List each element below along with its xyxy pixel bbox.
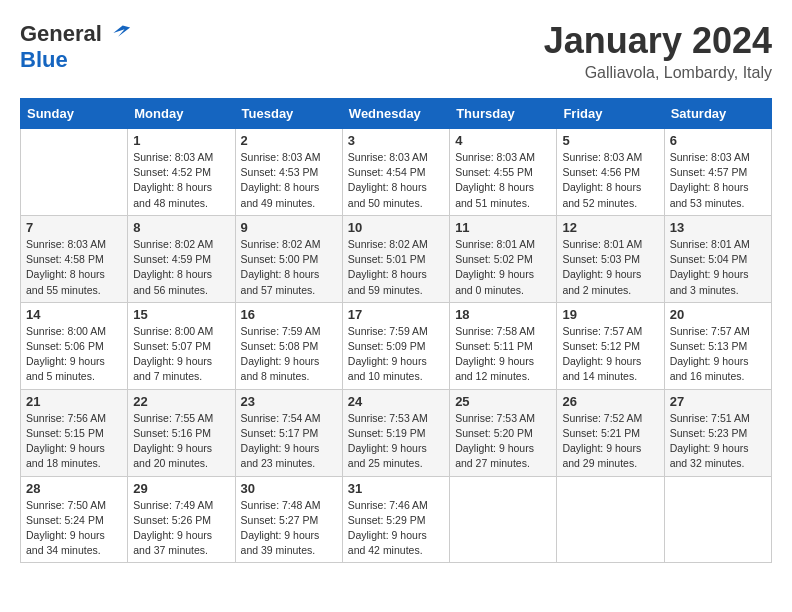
calendar-week-row: 28Sunrise: 7:50 AMSunset: 5:24 PMDayligh… [21,476,772,563]
day-info: Sunrise: 7:58 AMSunset: 5:11 PMDaylight:… [455,324,551,385]
day-number: 2 [241,133,337,148]
logo-general: General [20,22,102,46]
day-number: 8 [133,220,229,235]
calendar-cell: 30Sunrise: 7:48 AMSunset: 5:27 PMDayligh… [235,476,342,563]
calendar-cell: 21Sunrise: 7:56 AMSunset: 5:15 PMDayligh… [21,389,128,476]
day-number: 12 [562,220,658,235]
header: General Blue January 2024 Galliavola, Lo… [20,20,772,82]
calendar-cell: 13Sunrise: 8:01 AMSunset: 5:04 PMDayligh… [664,215,771,302]
day-number: 23 [241,394,337,409]
calendar-cell [21,129,128,216]
calendar-subtitle: Galliavola, Lombardy, Italy [544,64,772,82]
day-number: 9 [241,220,337,235]
day-info: Sunrise: 7:59 AMSunset: 5:09 PMDaylight:… [348,324,444,385]
calendar-cell: 15Sunrise: 8:00 AMSunset: 5:07 PMDayligh… [128,302,235,389]
calendar-cell: 9Sunrise: 8:02 AMSunset: 5:00 PMDaylight… [235,215,342,302]
day-info: Sunrise: 8:01 AMSunset: 5:04 PMDaylight:… [670,237,766,298]
calendar-cell: 3Sunrise: 8:03 AMSunset: 4:54 PMDaylight… [342,129,449,216]
calendar-header: SundayMondayTuesdayWednesdayThursdayFrid… [21,99,772,129]
calendar-cell: 22Sunrise: 7:55 AMSunset: 5:16 PMDayligh… [128,389,235,476]
day-number: 17 [348,307,444,322]
day-info: Sunrise: 7:56 AMSunset: 5:15 PMDaylight:… [26,411,122,472]
day-number: 1 [133,133,229,148]
calendar-cell: 14Sunrise: 8:00 AMSunset: 5:06 PMDayligh… [21,302,128,389]
calendar-cell: 1Sunrise: 8:03 AMSunset: 4:52 PMDaylight… [128,129,235,216]
calendar-body: 1Sunrise: 8:03 AMSunset: 4:52 PMDaylight… [21,129,772,563]
day-number: 18 [455,307,551,322]
day-number: 5 [562,133,658,148]
calendar-table: SundayMondayTuesdayWednesdayThursdayFrid… [20,98,772,563]
calendar-cell: 19Sunrise: 7:57 AMSunset: 5:12 PMDayligh… [557,302,664,389]
calendar-cell: 27Sunrise: 7:51 AMSunset: 5:23 PMDayligh… [664,389,771,476]
calendar-cell [450,476,557,563]
weekday-header-row: SundayMondayTuesdayWednesdayThursdayFrid… [21,99,772,129]
calendar-cell: 17Sunrise: 7:59 AMSunset: 5:09 PMDayligh… [342,302,449,389]
calendar-cell: 12Sunrise: 8:01 AMSunset: 5:03 PMDayligh… [557,215,664,302]
weekday-header-cell: Tuesday [235,99,342,129]
day-info: Sunrise: 8:03 AMSunset: 4:53 PMDaylight:… [241,150,337,211]
logo-bird-icon [104,20,132,48]
calendar-title: January 2024 [544,20,772,62]
calendar-cell: 24Sunrise: 7:53 AMSunset: 5:19 PMDayligh… [342,389,449,476]
calendar-cell: 8Sunrise: 8:02 AMSunset: 4:59 PMDaylight… [128,215,235,302]
calendar-cell: 31Sunrise: 7:46 AMSunset: 5:29 PMDayligh… [342,476,449,563]
day-info: Sunrise: 7:59 AMSunset: 5:08 PMDaylight:… [241,324,337,385]
day-number: 14 [26,307,122,322]
day-info: Sunrise: 8:03 AMSunset: 4:54 PMDaylight:… [348,150,444,211]
day-number: 28 [26,481,122,496]
calendar-week-row: 1Sunrise: 8:03 AMSunset: 4:52 PMDaylight… [21,129,772,216]
day-number: 6 [670,133,766,148]
day-info: Sunrise: 7:49 AMSunset: 5:26 PMDaylight:… [133,498,229,559]
day-number: 31 [348,481,444,496]
day-number: 25 [455,394,551,409]
day-number: 7 [26,220,122,235]
calendar-cell: 23Sunrise: 7:54 AMSunset: 5:17 PMDayligh… [235,389,342,476]
day-info: Sunrise: 8:00 AMSunset: 5:06 PMDaylight:… [26,324,122,385]
svg-marker-0 [113,26,130,37]
day-info: Sunrise: 7:52 AMSunset: 5:21 PMDaylight:… [562,411,658,472]
day-number: 11 [455,220,551,235]
calendar-cell: 16Sunrise: 7:59 AMSunset: 5:08 PMDayligh… [235,302,342,389]
day-info: Sunrise: 7:54 AMSunset: 5:17 PMDaylight:… [241,411,337,472]
calendar-cell: 20Sunrise: 7:57 AMSunset: 5:13 PMDayligh… [664,302,771,389]
calendar-cell: 18Sunrise: 7:58 AMSunset: 5:11 PMDayligh… [450,302,557,389]
calendar-cell: 11Sunrise: 8:01 AMSunset: 5:02 PMDayligh… [450,215,557,302]
calendar-cell: 25Sunrise: 7:53 AMSunset: 5:20 PMDayligh… [450,389,557,476]
day-info: Sunrise: 8:03 AMSunset: 4:56 PMDaylight:… [562,150,658,211]
day-info: Sunrise: 8:03 AMSunset: 4:55 PMDaylight:… [455,150,551,211]
day-info: Sunrise: 8:01 AMSunset: 5:02 PMDaylight:… [455,237,551,298]
day-number: 27 [670,394,766,409]
logo: General Blue [20,20,132,72]
calendar-week-row: 21Sunrise: 7:56 AMSunset: 5:15 PMDayligh… [21,389,772,476]
logo-blue: Blue [20,47,68,72]
day-number: 20 [670,307,766,322]
day-info: Sunrise: 8:03 AMSunset: 4:58 PMDaylight:… [26,237,122,298]
day-info: Sunrise: 8:00 AMSunset: 5:07 PMDaylight:… [133,324,229,385]
calendar-cell: 28Sunrise: 7:50 AMSunset: 5:24 PMDayligh… [21,476,128,563]
day-info: Sunrise: 8:02 AMSunset: 5:01 PMDaylight:… [348,237,444,298]
calendar-week-row: 14Sunrise: 8:00 AMSunset: 5:06 PMDayligh… [21,302,772,389]
calendar-cell: 4Sunrise: 8:03 AMSunset: 4:55 PMDaylight… [450,129,557,216]
day-info: Sunrise: 7:57 AMSunset: 5:13 PMDaylight:… [670,324,766,385]
day-info: Sunrise: 8:02 AMSunset: 5:00 PMDaylight:… [241,237,337,298]
weekday-header-cell: Friday [557,99,664,129]
day-number: 19 [562,307,658,322]
day-number: 21 [26,394,122,409]
day-info: Sunrise: 8:03 AMSunset: 4:52 PMDaylight:… [133,150,229,211]
day-number: 3 [348,133,444,148]
day-info: Sunrise: 8:01 AMSunset: 5:03 PMDaylight:… [562,237,658,298]
day-info: Sunrise: 7:51 AMSunset: 5:23 PMDaylight:… [670,411,766,472]
day-number: 4 [455,133,551,148]
calendar-cell: 5Sunrise: 8:03 AMSunset: 4:56 PMDaylight… [557,129,664,216]
day-number: 10 [348,220,444,235]
weekday-header-cell: Thursday [450,99,557,129]
day-info: Sunrise: 7:53 AMSunset: 5:19 PMDaylight:… [348,411,444,472]
day-number: 30 [241,481,337,496]
weekday-header-cell: Monday [128,99,235,129]
day-info: Sunrise: 8:03 AMSunset: 4:57 PMDaylight:… [670,150,766,211]
calendar-week-row: 7Sunrise: 8:03 AMSunset: 4:58 PMDaylight… [21,215,772,302]
weekday-header-cell: Saturday [664,99,771,129]
day-number: 29 [133,481,229,496]
calendar-cell [557,476,664,563]
calendar-cell: 6Sunrise: 8:03 AMSunset: 4:57 PMDaylight… [664,129,771,216]
